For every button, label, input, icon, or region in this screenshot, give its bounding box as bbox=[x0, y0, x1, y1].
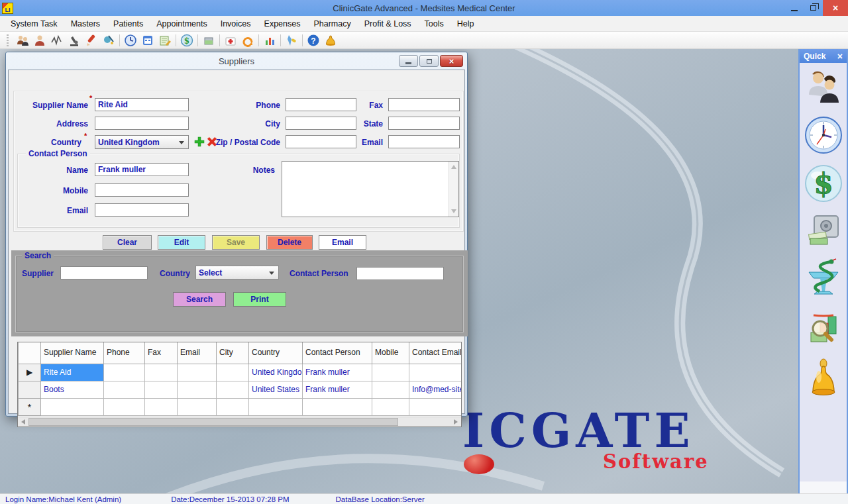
grid-cell[interactable] bbox=[372, 381, 409, 398]
menu-system-task[interactable]: System Task bbox=[4, 17, 64, 30]
grid-cell[interactable] bbox=[303, 398, 372, 415]
vitals-icon[interactable] bbox=[48, 33, 66, 48]
menu-invoices[interactable]: Invoices bbox=[214, 17, 258, 30]
grid-header[interactable]: City bbox=[217, 342, 249, 364]
supplier-name-input[interactable] bbox=[95, 98, 189, 111]
grid-cell[interactable] bbox=[372, 398, 409, 415]
contact-email-input[interactable] bbox=[95, 203, 189, 217]
grid-cell[interactable] bbox=[145, 398, 178, 415]
scroll-up-icon[interactable] bbox=[451, 165, 456, 169]
payments-safe-icon[interactable] bbox=[804, 212, 843, 249]
clear-button[interactable]: Clear bbox=[103, 235, 152, 250]
dental-tools-icon[interactable] bbox=[100, 33, 117, 48]
appointments-clock-icon[interactable] bbox=[122, 33, 139, 48]
menu-patients[interactable]: Patients bbox=[107, 17, 150, 30]
close-icon[interactable]: × bbox=[823, 0, 848, 16]
email-button[interactable]: Email bbox=[319, 235, 366, 250]
notes-textarea[interactable] bbox=[282, 161, 459, 217]
grid-header[interactable]: Contact Email bbox=[409, 342, 462, 364]
row-selector[interactable]: ▶ bbox=[19, 364, 41, 381]
menu-masters[interactable]: Masters bbox=[64, 17, 107, 30]
undo-arrow-icon[interactable] bbox=[239, 33, 256, 48]
scrollbar-thumb[interactable] bbox=[28, 418, 398, 426]
reminder-bell-icon[interactable] bbox=[804, 357, 843, 401]
microscope-icon[interactable] bbox=[66, 33, 83, 48]
menu-help[interactable]: Help bbox=[450, 17, 481, 30]
grid-cell[interactable]: Info@med-sites.com bbox=[409, 381, 462, 398]
table-row[interactable]: * bbox=[19, 398, 462, 415]
patient-icon[interactable] bbox=[31, 33, 48, 48]
search-supplier-input[interactable] bbox=[60, 266, 148, 279]
grid-cell[interactable] bbox=[178, 364, 217, 381]
prescription-pen-icon[interactable] bbox=[83, 33, 100, 48]
dialog-minimize-icon[interactable] bbox=[399, 55, 418, 67]
patients-group-icon[interactable] bbox=[14, 33, 31, 48]
delete-button[interactable]: Delete bbox=[266, 235, 313, 250]
fax-input[interactable] bbox=[388, 98, 460, 111]
dialog-close-icon[interactable]: × bbox=[440, 55, 463, 67]
grid-cell[interactable]: Rite Aid bbox=[41, 364, 104, 381]
grid-header[interactable]: Supplier Name bbox=[41, 342, 104, 364]
help-icon[interactable]: ? bbox=[305, 33, 322, 48]
dialog-titlebar[interactable]: Suppliers × bbox=[6, 52, 467, 70]
notes-scrollbar[interactable] bbox=[449, 162, 458, 217]
grid-header[interactable]: Country bbox=[249, 342, 303, 364]
calendar-icon[interactable] bbox=[139, 33, 156, 48]
search-country-select[interactable]: Select bbox=[195, 266, 279, 279]
grid-cell[interactable] bbox=[217, 364, 249, 381]
grid-cell[interactable] bbox=[217, 398, 249, 415]
grid-cell[interactable] bbox=[104, 381, 145, 398]
alert-bell-icon[interactable] bbox=[322, 33, 339, 48]
supplies-box-icon[interactable] bbox=[200, 33, 217, 48]
patients-icon[interactable] bbox=[804, 68, 843, 107]
scroll-right-icon[interactable] bbox=[454, 419, 458, 425]
quick-close-icon[interactable]: × bbox=[837, 51, 843, 62]
grid-cell[interactable]: Frank muller bbox=[303, 364, 372, 381]
invoice-icon[interactable] bbox=[156, 33, 174, 48]
menu-expenses[interactable]: Expenses bbox=[258, 17, 307, 30]
pharmacy-box-icon[interactable] bbox=[222, 33, 239, 48]
grid-cell[interactable]: Frank muller bbox=[303, 381, 372, 398]
menu-appointments[interactable]: Appointments bbox=[150, 17, 213, 30]
grid-cell[interactable] bbox=[372, 364, 409, 381]
grid-cell[interactable] bbox=[178, 381, 217, 398]
address-input[interactable] bbox=[95, 117, 189, 130]
email-input[interactable] bbox=[388, 135, 460, 148]
restore-icon[interactable] bbox=[804, 0, 823, 16]
save-button[interactable]: Save bbox=[212, 235, 260, 250]
dollar-coin-icon[interactable]: $ bbox=[178, 33, 195, 48]
menu-tools[interactable]: Tools bbox=[418, 17, 450, 30]
grid-cell[interactable] bbox=[409, 364, 462, 381]
grid-cell[interactable] bbox=[104, 398, 145, 415]
grid-header[interactable]: Phone bbox=[104, 342, 145, 364]
dialog-maximize-icon[interactable] bbox=[419, 55, 439, 67]
state-input[interactable] bbox=[388, 117, 460, 130]
expense-chart-icon[interactable] bbox=[261, 33, 278, 48]
table-row[interactable]: BootsUnited StatesFrank mullerInfo@med-s… bbox=[19, 381, 462, 398]
grid-header[interactable]: Contact Person bbox=[303, 342, 372, 364]
grid-cell[interactable] bbox=[41, 398, 104, 415]
cleaner-icon[interactable] bbox=[283, 33, 300, 48]
appointments-clock-icon[interactable] bbox=[804, 115, 843, 155]
pharmacy-icon[interactable] bbox=[804, 258, 843, 301]
grid-header[interactable]: Fax bbox=[145, 342, 178, 364]
grid-header[interactable] bbox=[19, 342, 41, 364]
contact-name-input[interactable] bbox=[95, 163, 189, 176]
grid-cell[interactable]: Boots bbox=[41, 381, 104, 398]
edit-button[interactable]: Edit bbox=[158, 235, 205, 250]
reports-search-icon[interactable] bbox=[804, 310, 843, 348]
grid-header[interactable]: Mobile bbox=[372, 342, 409, 364]
grid-cell[interactable] bbox=[104, 364, 145, 381]
grid-cell[interactable] bbox=[249, 398, 303, 415]
scroll-down-icon[interactable] bbox=[451, 209, 456, 213]
contact-mobile-input[interactable] bbox=[95, 183, 189, 197]
grid-cell[interactable] bbox=[178, 398, 217, 415]
grid-cell[interactable] bbox=[145, 364, 178, 381]
table-row[interactable]: ▶Rite AidUnited KingdomFrank muller bbox=[19, 364, 462, 381]
add-country-icon[interactable] bbox=[194, 136, 205, 147]
minimize-icon[interactable] bbox=[784, 0, 804, 16]
menu-profit-loss[interactable]: Profit & Loss bbox=[358, 17, 418, 30]
grid-cell[interactable]: United States bbox=[249, 381, 303, 398]
grid-cell[interactable] bbox=[409, 398, 462, 415]
print-button[interactable]: Print bbox=[233, 292, 286, 307]
